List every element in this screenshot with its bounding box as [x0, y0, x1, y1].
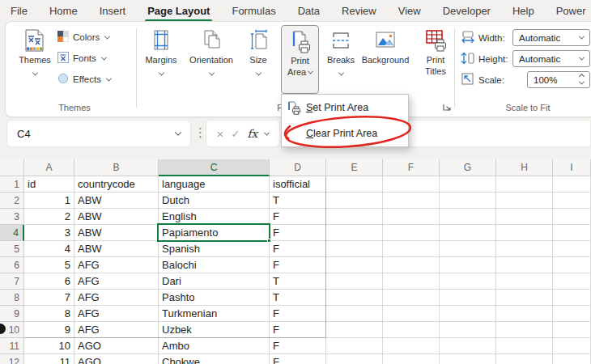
grid-cell[interactable] [496, 176, 553, 193]
scale-spinner[interactable]: 100% [527, 71, 590, 88]
grid-cell[interactable]: Dutch [159, 193, 270, 209]
row-header-6[interactable]: 6 [0, 257, 24, 273]
column-header-A[interactable]: A [24, 159, 74, 176]
grid-cell[interactable]: F [270, 257, 326, 273]
grid-cell[interactable] [496, 225, 553, 241]
grid-cell[interactable] [383, 257, 440, 273]
tab-review[interactable]: Review [342, 5, 376, 17]
tab-formulas[interactable]: Formulas [232, 5, 275, 17]
grid-cell[interactable]: isofficial [270, 176, 326, 193]
grid-cell[interactable]: English [159, 209, 270, 225]
grid-cell[interactable] [326, 338, 383, 354]
grid-cell[interactable]: 1 [24, 193, 74, 209]
row-header-1[interactable]: 1 [0, 176, 24, 193]
tab-data[interactable]: Data [298, 5, 320, 17]
fill-handle[interactable] [267, 239, 271, 243]
size-button[interactable]: Size [240, 24, 277, 94]
grid-cell[interactable] [383, 322, 440, 338]
grid-cell[interactable] [383, 273, 440, 290]
grid-cell[interactable] [326, 354, 383, 364]
grid-cell[interactable]: 3 [24, 225, 74, 241]
tab-insert[interactable]: Insert [100, 5, 126, 17]
column-header-F[interactable]: F [383, 159, 440, 176]
tab-page-layout[interactable]: Page Layout [147, 5, 210, 17]
tab-help[interactable]: Help [512, 5, 534, 17]
grid-cell[interactable] [496, 290, 553, 306]
grid-cell[interactable] [496, 306, 553, 322]
grid-cell[interactable]: language [159, 176, 270, 193]
grid-cell[interactable]: ABW [74, 209, 159, 225]
grid-cell[interactable] [553, 354, 591, 364]
grid-cell[interactable] [496, 338, 553, 354]
grid-cell[interactable] [383, 209, 440, 225]
grid-cell[interactable]: F [270, 209, 326, 225]
grid-cell[interactable]: Chokwe [159, 354, 270, 364]
print-area-button[interactable]: Print Area [281, 25, 319, 94]
grid-cell[interactable]: AFG [74, 322, 159, 338]
grid-cell[interactable] [496, 273, 553, 290]
grid-cell[interactable] [496, 257, 553, 273]
grid-cell[interactable]: T [270, 273, 326, 290]
grid-cell[interactable] [383, 306, 440, 322]
grid-cell[interactable]: ABW [74, 193, 159, 209]
grid-cell[interactable] [440, 306, 496, 322]
row-header-12[interactable]: 12 [0, 354, 24, 364]
grid-cell[interactable] [553, 209, 591, 225]
column-header-I[interactable]: I [553, 159, 591, 176]
grid-cell[interactable]: F [270, 354, 326, 364]
print-titles-button[interactable]: Print Titles [416, 24, 455, 94]
grid-cell[interactable]: 4 [24, 241, 74, 257]
cancel-icon[interactable]: × [217, 127, 224, 141]
grid-cell[interactable] [553, 338, 591, 354]
grid-cell[interactable] [326, 193, 383, 209]
grid-cell[interactable]: F [270, 322, 326, 338]
column-header-G[interactable]: G [440, 159, 496, 176]
grid-cell[interactable] [383, 354, 440, 364]
grid-cell[interactable] [440, 290, 496, 306]
grid-cell[interactable] [496, 193, 553, 209]
grid-cell[interactable]: T [270, 193, 326, 209]
grid-cell[interactable]: AFG [74, 290, 159, 306]
grid-cell[interactable] [440, 338, 496, 354]
grid-cell[interactable]: Dari [159, 273, 270, 290]
grid-cell[interactable] [440, 193, 496, 209]
grid-cell[interactable]: 11 [24, 354, 74, 364]
breaks-button[interactable]: Breaks [322, 24, 359, 94]
grid-cell[interactable] [440, 176, 496, 193]
select-all-corner[interactable] [0, 159, 24, 176]
insert-function-button[interactable]: fx [248, 127, 258, 140]
column-header-B[interactable]: B [74, 159, 159, 176]
grid-cell[interactable] [383, 241, 440, 257]
grid-cell[interactable] [383, 338, 440, 354]
grid-cell[interactable]: Balochi [159, 257, 270, 273]
row-header-8[interactable]: 8 [0, 290, 24, 306]
row-header-5[interactable]: 5 [0, 241, 24, 257]
grid-cell[interactable] [496, 241, 553, 257]
grid-cell[interactable] [440, 322, 496, 338]
grid-cell[interactable]: F [270, 241, 326, 257]
grid-cell[interactable]: 5 [24, 257, 74, 273]
grid-cell[interactable] [383, 290, 440, 306]
colors-button[interactable]: Colors [57, 31, 109, 44]
column-header-H[interactable]: H [496, 159, 553, 176]
width-dropdown[interactable]: Automatic [512, 29, 590, 46]
height-dropdown[interactable]: Automatic [512, 50, 590, 67]
row-header-4[interactable]: 4 [0, 225, 24, 241]
tab-home[interactable]: Home [49, 5, 78, 17]
grid-cell[interactable] [553, 241, 591, 257]
grid-cell[interactable] [383, 225, 440, 241]
grid-cell[interactable]: AFG [74, 273, 159, 290]
grid-cell[interactable]: Turkmenian [159, 306, 270, 322]
formula-bar-grip-icon[interactable]: ⋮ [194, 125, 206, 140]
tab-power[interactable]: Power [556, 5, 586, 17]
name-box[interactable]: C4 [6, 120, 191, 147]
column-header-C[interactable]: C [159, 159, 270, 176]
grid-cell[interactable] [496, 209, 553, 225]
grid-cell[interactable] [553, 273, 591, 290]
grid-cell[interactable]: ABW [74, 225, 159, 241]
grid-cell[interactable]: AGO [74, 354, 159, 364]
menu-item-set-print-area[interactable]: Set Print Area [282, 95, 408, 121]
row-header-9[interactable]: 9 [0, 306, 24, 322]
grid-cell[interactable] [440, 225, 496, 241]
grid-cell[interactable] [326, 241, 383, 257]
